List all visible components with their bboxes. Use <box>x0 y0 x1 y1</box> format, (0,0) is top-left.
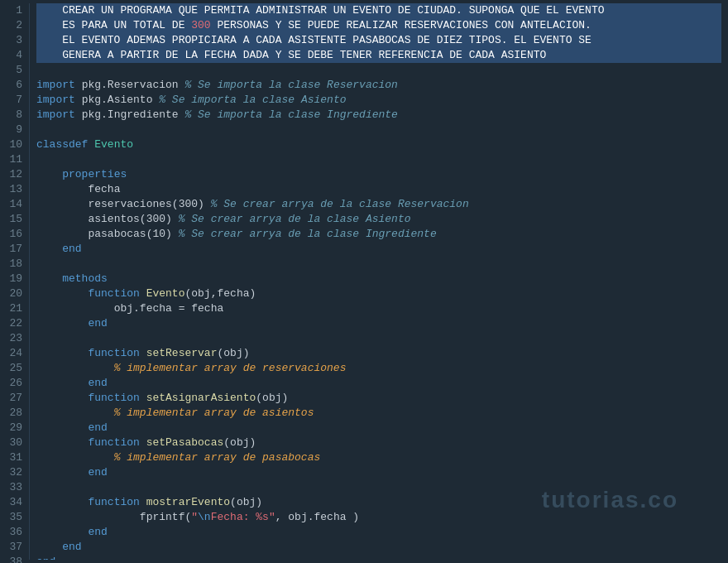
code-line-29: end <box>36 421 721 435</box>
code-line-35: fprintf("\nFecha: %s", obj.fecha ) <box>36 510 721 525</box>
code-line-11 <box>36 152 721 167</box>
code-line-26: end <box>36 376 721 391</box>
code-line-34: function mostrarEvento(obj) <box>36 495 721 510</box>
code-line-24: function setReservar(obj) <box>36 346 721 361</box>
code-line-14: reservaciones(300) % Se crear arrya de l… <box>36 197 721 212</box>
code-line-18 <box>36 257 721 272</box>
code-line-9 <box>36 123 721 137</box>
code-line-21: obj.fecha = fecha <box>36 301 721 316</box>
code-line-6: import pkg.Reservacion % Se importa la c… <box>36 78 721 93</box>
code-line-30: function setPasabocas(obj) <box>36 435 721 450</box>
code-line-5 <box>36 63 721 78</box>
code-line-19: methods <box>36 272 721 286</box>
code-line-1: CREAR UN PROGRAMA QUE PERMITA ADMINISTRA… <box>36 3 721 18</box>
code-line-3: EL EVENTO ADEMAS PROPICIARA A CADA ASIST… <box>36 33 721 48</box>
code-editor: 1 2 3 4 5 6 7 8 9 10 11 12 13 14 15 16 1… <box>0 0 728 563</box>
line-numbers: 1 2 3 4 5 6 7 8 9 10 11 12 13 14 15 16 1… <box>0 3 30 560</box>
code-line-16: pasabocas(10) % Se crear arrya de la cla… <box>36 227 721 242</box>
code-line-38: end <box>36 555 721 560</box>
code-line-12: properties <box>36 167 721 182</box>
code-line-33 <box>36 480 721 495</box>
code-line-37: end <box>36 540 721 555</box>
code-line-31: % implementar array de pasabocas <box>36 450 721 465</box>
code-line-22: end <box>36 316 721 331</box>
code-line-2: ES PARA UN TOTAL DE 300 PERSONAS Y SE PU… <box>36 18 721 33</box>
code-line-17: end <box>36 242 721 257</box>
code-line-32: end <box>36 465 721 480</box>
code-area: CREAR UN PROGRAMA QUE PERMITA ADMINISTRA… <box>30 3 728 560</box>
code-line-4: GENERA A PARTIR DE LA FECHA DADA Y SE DE… <box>36 48 721 63</box>
code-line-20: function Evento(obj,fecha) <box>36 286 721 301</box>
code-line-36: end <box>36 525 721 540</box>
code-line-25: % implementar array de reservaciones <box>36 361 721 376</box>
code-line-8: import pkg.Ingrediente % Se importa la c… <box>36 108 721 123</box>
code-line-13: fecha <box>36 182 721 197</box>
code-line-15: asientos(300) % Se crear arrya de la cla… <box>36 212 721 227</box>
code-line-7: import pkg.Asiento % Se importa la clase… <box>36 93 721 108</box>
code-line-27: function setAsignarAsiento(obj) <box>36 391 721 406</box>
code-line-23 <box>36 331 721 346</box>
code-line-28: % implementar array de asientos <box>36 406 721 421</box>
code-line-10: classdef Evento <box>36 137 721 152</box>
